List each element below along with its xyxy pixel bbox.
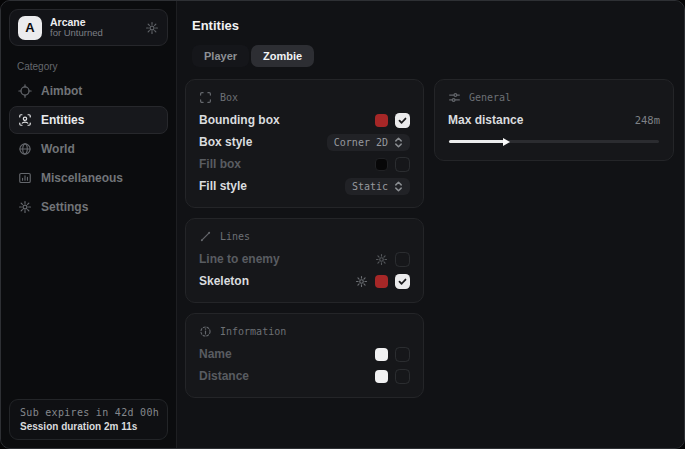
crosshair-icon — [18, 84, 32, 98]
row-controls — [375, 157, 410, 172]
row-controls — [375, 369, 410, 384]
app-header-card: A Arcane for Unturned — [9, 9, 168, 46]
card-title: Lines — [220, 231, 250, 242]
scan-corners-icon — [199, 91, 212, 104]
session-duration: Session duration 2m 11s — [20, 421, 157, 432]
category-label: Category — [17, 61, 168, 72]
check-icon — [398, 116, 407, 125]
color-swatch[interactable] — [375, 114, 388, 127]
app-window: A Arcane for Unturned Category A — [0, 0, 685, 449]
subscription-expiry: Sub expires in 42d 00h — [20, 407, 157, 418]
diagonal-line-icon — [199, 230, 212, 243]
slider-thumb[interactable] — [503, 138, 510, 146]
general-card: General Max distance 248m — [434, 79, 674, 161]
fill-style-dropdown[interactable]: Static — [345, 178, 410, 195]
unfold-icon — [394, 137, 403, 148]
gear-icon — [18, 200, 32, 214]
setting-label: Box style — [199, 135, 252, 149]
setting-row: Name — [199, 343, 410, 365]
setting-row: Bounding box — [199, 109, 410, 131]
setting-label: Skeleton — [199, 274, 249, 288]
user-scan-icon — [18, 113, 32, 127]
app-logo: A — [18, 16, 42, 40]
row-controls — [375, 347, 410, 362]
fill-box-checkbox[interactable] — [395, 157, 410, 172]
lines-card-header: Lines — [199, 230, 410, 243]
sidebar: A Arcane for Unturned Category A — [1, 1, 177, 448]
setting-label: Bounding box — [199, 113, 280, 127]
tab-zombie[interactable]: Zombie — [251, 45, 314, 67]
skeleton-checkbox[interactable] — [395, 274, 410, 289]
bounding-box-checkbox[interactable] — [395, 113, 410, 128]
dropdown-value: Corner 2D — [334, 137, 388, 148]
row-controls — [375, 252, 410, 267]
entity-tabs: Player Zombie — [192, 45, 674, 67]
gear-icon[interactable] — [355, 275, 368, 288]
slider-fill — [449, 140, 504, 143]
sliders-icon — [448, 91, 461, 104]
setting-label: Fill style — [199, 179, 247, 193]
unfold-icon — [394, 181, 403, 192]
gear-icon[interactable] — [375, 253, 388, 266]
card-title: General — [469, 92, 511, 103]
general-card-header: General — [448, 91, 660, 104]
setting-row: Line to enemy — [199, 248, 410, 270]
setting-label: Fill box — [199, 157, 241, 171]
box-card: Box Bounding box Box style — [185, 79, 424, 208]
setting-row: Fill style Static — [199, 175, 410, 197]
setting-label: Distance — [199, 369, 249, 383]
chart-panel-icon — [18, 171, 32, 185]
box-card-header: Box — [199, 91, 410, 104]
left-column: Box Bounding box Box style — [185, 79, 424, 398]
information-card: Information Name Distance — [185, 313, 424, 398]
check-icon — [398, 277, 407, 286]
setting-row: Fill box — [199, 153, 410, 175]
sidebar-item-label: Miscellaneous — [41, 171, 123, 185]
sidebar-item-label: Settings — [41, 200, 88, 214]
lines-card: Lines Line to enemy — [185, 218, 424, 303]
page-title: Entities — [192, 18, 674, 33]
setting-label: Name — [199, 347, 232, 361]
setting-row: Skeleton — [199, 270, 410, 292]
color-swatch[interactable] — [375, 370, 388, 383]
subscription-card: Sub expires in 42d 00h Session duration … — [9, 399, 168, 440]
color-swatch[interactable] — [375, 348, 388, 361]
max-distance-value: 248m — [635, 114, 660, 126]
setting-row: Max distance 248m — [448, 109, 660, 131]
line-to-enemy-checkbox[interactable] — [395, 252, 410, 267]
card-title: Box — [220, 92, 238, 103]
max-distance-slider[interactable] — [449, 140, 659, 143]
sidebar-nav: Aimbot Entities World — [9, 77, 168, 221]
sidebar-item-aimbot[interactable]: Aimbot — [9, 77, 168, 105]
setting-row: Distance — [199, 365, 410, 387]
sidebar-item-label: World — [41, 142, 75, 156]
sidebar-item-label: Entities — [41, 113, 84, 127]
sidebar-item-label: Aimbot — [41, 84, 82, 98]
row-controls — [375, 113, 410, 128]
setting-row: Box style Corner 2D — [199, 131, 410, 153]
app-subtitle: for Unturned — [50, 28, 137, 39]
tab-player[interactable]: Player — [192, 45, 249, 67]
name-checkbox[interactable] — [395, 347, 410, 362]
sidebar-item-miscellaneous[interactable]: Miscellaneous — [9, 164, 168, 192]
setting-label: Max distance — [448, 113, 523, 127]
color-swatch[interactable] — [375, 275, 388, 288]
globe-icon — [18, 142, 32, 156]
info-circle-icon — [199, 325, 212, 338]
main-panel: Entities Player Zombie Box — [177, 1, 685, 448]
row-controls — [355, 274, 410, 289]
dropdown-value: Static — [352, 181, 388, 192]
right-column: General Max distance 248m — [434, 79, 674, 398]
color-swatch[interactable] — [375, 158, 388, 171]
settings-content: Box Bounding box Box style — [185, 79, 674, 398]
information-card-header: Information — [199, 325, 410, 338]
distance-checkbox[interactable] — [395, 369, 410, 384]
setting-label: Line to enemy — [199, 252, 280, 266]
sidebar-item-entities[interactable]: Entities — [9, 106, 168, 134]
sidebar-item-settings[interactable]: Settings — [9, 193, 168, 221]
box-style-dropdown[interactable]: Corner 2D — [327, 134, 410, 151]
app-meta: Arcane for Unturned — [50, 16, 137, 39]
gear-icon[interactable] — [145, 21, 159, 35]
sidebar-item-world[interactable]: World — [9, 135, 168, 163]
card-title: Information — [220, 326, 286, 337]
